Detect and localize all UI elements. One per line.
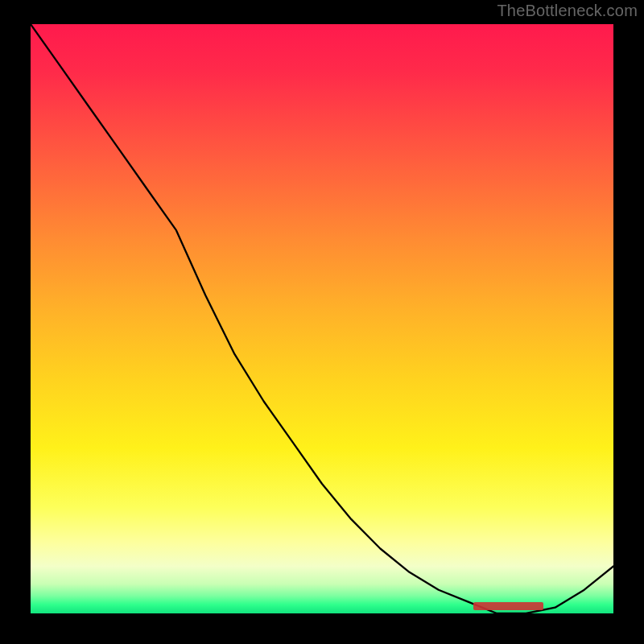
bottleneck-curve: [31, 24, 613, 613]
chart-line-svg: [31, 24, 613, 613]
chart-frame: TheBottleneck.com: [0, 0, 644, 644]
plot-outer: [31, 24, 613, 613]
attribution-label: TheBottleneck.com: [497, 2, 638, 20]
min-marker: [473, 602, 543, 610]
